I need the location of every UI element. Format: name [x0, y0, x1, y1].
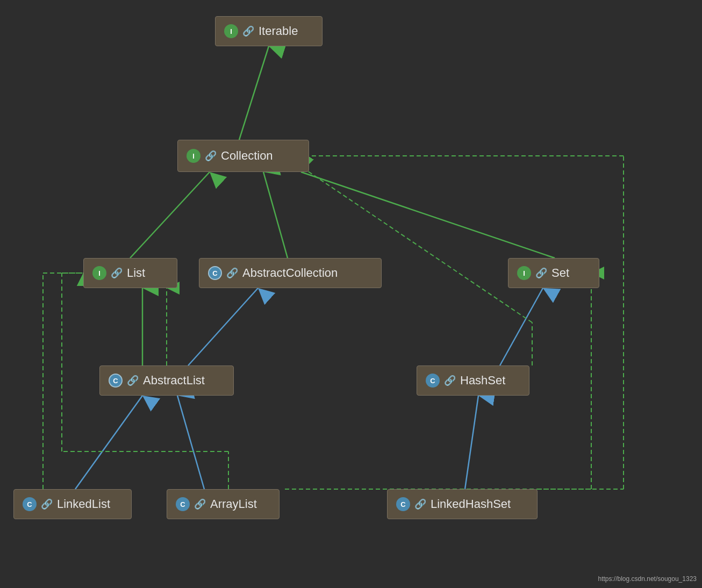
label-hashset: HashSet: [460, 374, 505, 388]
badge-arraylist: C: [176, 497, 190, 511]
badge-set: I: [517, 266, 531, 280]
node-linkedhashset[interactable]: C 🔗 LinkedHashSet: [387, 489, 538, 519]
svg-line-9: [301, 172, 555, 258]
badge-list: I: [92, 266, 106, 280]
label-iterable: Iterable: [259, 24, 298, 38]
label-arraylist: ArrayList: [210, 497, 257, 511]
link-icon-abstractcollection: 🔗: [226, 267, 238, 279]
badge-collection: I: [187, 149, 200, 163]
svg-line-7: [130, 172, 210, 258]
label-collection: Collection: [221, 149, 273, 163]
node-abstractlist[interactable]: C 🔗 AbstractList: [99, 365, 234, 396]
label-abstractlist: AbstractList: [143, 374, 205, 388]
label-list: List: [127, 266, 145, 280]
badge-hashset: C: [426, 374, 440, 388]
node-hashset[interactable]: C 🔗 HashSet: [417, 365, 529, 396]
node-linkedlist[interactable]: C 🔗 LinkedList: [13, 489, 132, 519]
node-abstractcollection[interactable]: C 🔗 AbstractCollection: [199, 258, 382, 288]
link-icon-iterable: 🔗: [242, 25, 254, 37]
badge-abstractlist: C: [109, 374, 123, 388]
link-icon-arraylist: 🔗: [194, 498, 206, 510]
watermark: https://blog.csdn.net/sougou_1323: [598, 575, 697, 583]
link-icon-abstractlist: 🔗: [127, 375, 139, 386]
badge-iterable: I: [224, 24, 238, 38]
link-icon-linkedhashset: 🔗: [414, 498, 426, 510]
svg-line-11: [188, 288, 258, 365]
label-linkedlist: LinkedList: [57, 497, 110, 511]
badge-linkedhashset: C: [396, 497, 410, 511]
svg-line-12: [500, 288, 543, 365]
badge-abstractcollection: C: [208, 266, 222, 280]
link-icon-linkedlist: 🔗: [41, 498, 53, 510]
label-set: Set: [551, 266, 569, 280]
badge-linkedlist: C: [23, 497, 37, 511]
svg-line-14: [177, 396, 204, 489]
link-icon-collection: 🔗: [205, 150, 217, 162]
node-iterable[interactable]: I 🔗 Iterable: [215, 16, 323, 46]
svg-line-15: [465, 396, 478, 489]
svg-line-6: [239, 46, 269, 140]
node-list[interactable]: I 🔗 List: [83, 258, 177, 288]
svg-line-13: [75, 396, 142, 489]
node-collection[interactable]: I 🔗 Collection: [177, 140, 309, 172]
svg-line-28: [301, 167, 532, 322]
node-arraylist[interactable]: C 🔗 ArrayList: [167, 489, 280, 519]
link-icon-list: 🔗: [111, 267, 123, 279]
label-abstractcollection: AbstractCollection: [242, 266, 338, 280]
svg-line-8: [263, 172, 288, 258]
link-icon-set: 🔗: [535, 267, 547, 279]
node-set[interactable]: I 🔗 Set: [508, 258, 599, 288]
link-icon-hashset: 🔗: [444, 375, 456, 386]
label-linkedhashset: LinkedHashSet: [431, 497, 511, 511]
diagram: I 🔗 Iterable I 🔗 Collection I 🔗 List C 🔗…: [0, 0, 702, 588]
